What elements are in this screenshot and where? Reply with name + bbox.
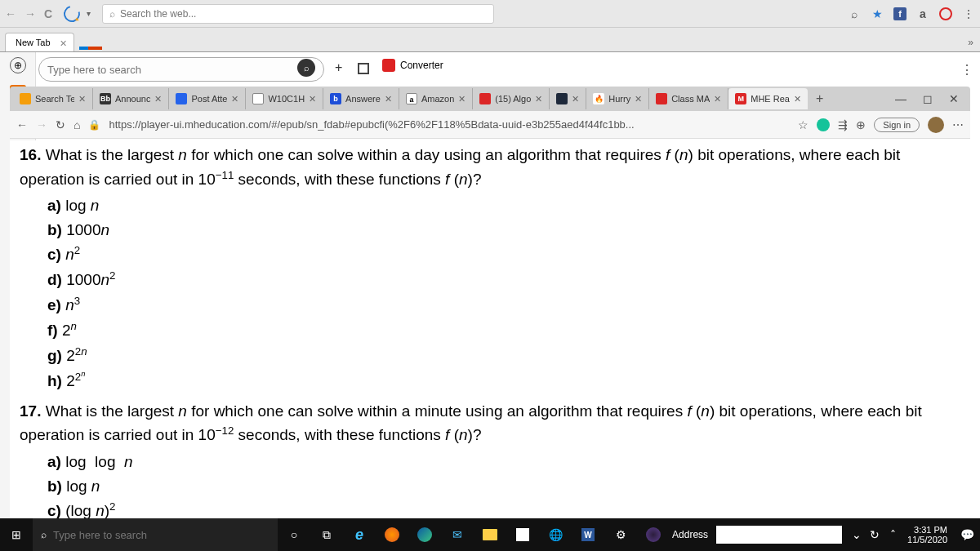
search-icon: ⌕ xyxy=(41,529,47,540)
eclipse-icon[interactable] xyxy=(637,518,670,551)
tab-label: New Tab xyxy=(16,38,51,47)
search-icon[interactable]: ⌕ xyxy=(297,59,315,77)
edge-tab[interactable]: Class MA✕ xyxy=(649,88,728,109)
close-icon[interactable]: ✕ xyxy=(60,38,67,49)
edge-tab-strip: Search Te✕BbAnnounc✕Post Atte✕W10C1H✕bAn… xyxy=(10,87,970,111)
close-icon[interactable]: ✕ xyxy=(154,94,162,104)
converter-icon xyxy=(382,59,395,72)
plus-icon[interactable]: + xyxy=(335,60,342,75)
back-icon[interactable]: ← xyxy=(5,7,18,20)
url-text[interactable]: https://player-ui.mheducation.com/#/epub… xyxy=(109,118,790,131)
tab-label: Amazon xyxy=(421,94,454,104)
edge-tab[interactable]: 🔥Hurry✕ xyxy=(586,88,649,109)
avatar[interactable] xyxy=(928,117,944,133)
facebook-icon[interactable]: f xyxy=(893,7,906,20)
tab-label: Class MA xyxy=(671,94,710,104)
refresh-tray-icon[interactable]: ↻ xyxy=(865,518,884,551)
edge-tab[interactable]: Search Te✕ xyxy=(13,88,93,109)
signin-button[interactable]: Sign in xyxy=(874,118,920,132)
page-search-input[interactable] xyxy=(47,64,297,76)
edge-tab[interactable]: aAmazon✕ xyxy=(399,88,473,109)
converter-button[interactable]: Converter xyxy=(382,59,443,72)
chevrons-icon[interactable]: » xyxy=(968,37,973,48)
forward-icon[interactable]: → xyxy=(24,7,38,20)
outer-search[interactable]: ⌕ xyxy=(102,4,494,24)
tab-favicon xyxy=(656,93,667,104)
maximize-button[interactable]: ◻ xyxy=(915,92,941,105)
close-button[interactable]: ✕ xyxy=(941,92,967,105)
back-icon[interactable]: ← xyxy=(16,118,28,131)
close-icon[interactable]: ✕ xyxy=(572,94,579,104)
notifications-icon[interactable]: 💬 xyxy=(954,518,980,551)
q17-num: 17. xyxy=(20,402,41,420)
close-icon[interactable]: ✕ xyxy=(458,94,466,104)
close-icon[interactable]: ✕ xyxy=(231,94,238,104)
close-icon[interactable]: ✕ xyxy=(535,94,542,104)
reading-icon[interactable]: ⇶ xyxy=(838,118,848,131)
globe-icon[interactable]: 🌐 xyxy=(539,518,572,551)
globe-icon[interactable]: ⊕ xyxy=(10,57,26,73)
home-icon[interactable]: ⌂ xyxy=(74,118,80,131)
chevron-down-icon[interactable]: ⌄ xyxy=(849,518,865,551)
clock[interactable]: 3:31 PM 11/5/2020 xyxy=(901,525,954,544)
mail-icon[interactable]: ✉ xyxy=(441,518,474,551)
tab-favicon: b xyxy=(330,93,341,104)
taskview-icon[interactable]: ⧉ xyxy=(310,518,343,551)
cortana-icon[interactable]: ○ xyxy=(278,518,310,551)
collections-icon[interactable]: ⊕ xyxy=(856,118,866,131)
word-icon[interactable]: W xyxy=(572,518,604,551)
close-icon[interactable]: ✕ xyxy=(794,94,801,104)
minimize-button[interactable]: — xyxy=(887,92,915,105)
search-icon: ⌕ xyxy=(109,8,115,20)
address-input[interactable] xyxy=(716,526,842,544)
edge-tab[interactable]: (15) Algo✕ xyxy=(473,88,550,109)
taskbar-search[interactable]: ⌕ xyxy=(33,518,278,551)
outer-search-input[interactable] xyxy=(120,8,487,20)
favorite-icon[interactable]: ☆ xyxy=(798,118,808,131)
explorer-icon[interactable] xyxy=(474,518,506,551)
amazon-icon[interactable]: a xyxy=(916,7,929,20)
q17-options: a) log log n b) log n c) (log n)2 xyxy=(47,451,960,518)
close-icon[interactable]: ✕ xyxy=(635,94,642,104)
edge-tab[interactable]: W10C1H✕ xyxy=(246,88,323,109)
edge-icon[interactable] xyxy=(408,518,441,551)
settings-icon[interactable]: ⚙ xyxy=(604,518,637,551)
edge-tab[interactable]: ✕ xyxy=(550,88,586,109)
more-icon[interactable]: ⋮ xyxy=(960,62,973,78)
tab-favicon: 🔥 xyxy=(593,93,604,104)
ie-icon: ▸ xyxy=(60,2,82,24)
forward-icon[interactable]: → xyxy=(36,118,47,131)
search-icon[interactable]: ⌕ xyxy=(848,7,861,20)
close-icon[interactable]: ✕ xyxy=(385,94,392,104)
close-icon[interactable]: ✕ xyxy=(78,94,86,104)
star-icon[interactable]: ★ xyxy=(871,7,884,20)
square-icon[interactable] xyxy=(358,63,369,74)
tab-label: Post Atte xyxy=(191,94,227,104)
page-search[interactable]: ⌕ xyxy=(38,57,324,82)
edge-tab[interactable]: Post Atte✕ xyxy=(169,88,246,109)
address-label: Address xyxy=(672,529,710,540)
tray-up-icon[interactable]: ˄ xyxy=(884,518,901,551)
opera-icon[interactable] xyxy=(939,7,952,20)
edge-tab[interactable]: BbAnnounc✕ xyxy=(93,88,169,109)
menu-icon[interactable]: ⋮ xyxy=(962,7,975,20)
q16-num: 16. xyxy=(20,146,41,163)
close-icon[interactable]: ✕ xyxy=(309,94,316,104)
store-icon[interactable] xyxy=(506,518,539,551)
edge-legacy-icon[interactable]: e xyxy=(343,518,376,551)
new-tab-button[interactable]: + xyxy=(808,91,831,106)
edge-tab[interactable]: MMHE Rea✕ xyxy=(728,88,808,109)
firefox-icon[interactable] xyxy=(376,518,408,551)
reload-icon[interactable]: C xyxy=(44,7,57,20)
grammarly-icon[interactable] xyxy=(817,118,830,131)
tab-favicon xyxy=(176,93,187,104)
edge-tab[interactable]: bAnswere✕ xyxy=(323,88,399,109)
refresh-icon[interactable]: ↻ xyxy=(56,118,65,131)
taskbar-search-input[interactable] xyxy=(53,529,268,541)
tab-label: Search Te xyxy=(35,94,74,104)
outer-tab[interactable]: New Tab ✕ xyxy=(5,33,74,51)
edge-url-bar: ← → ↻ ⌂ 🔒 https://player-ui.mheducation.… xyxy=(10,111,970,139)
start-button[interactable]: ⊞ xyxy=(0,518,33,551)
menu-icon[interactable]: ⋯ xyxy=(952,118,964,131)
close-icon[interactable]: ✕ xyxy=(714,94,721,104)
